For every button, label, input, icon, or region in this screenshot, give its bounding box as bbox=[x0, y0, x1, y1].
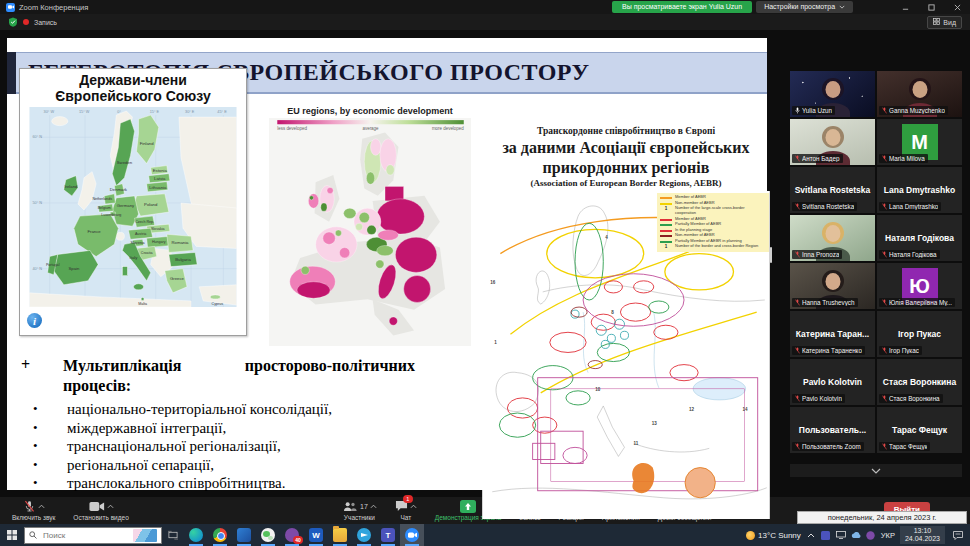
taskbar-explorer-icon[interactable] bbox=[328, 524, 352, 546]
view-settings-button[interactable]: Настройки просмотра bbox=[756, 1, 853, 13]
tray-onedrive-icon[interactable] bbox=[851, 530, 861, 540]
participant-tile-hanna-trushevych[interactable]: Hanna Trushevych bbox=[790, 263, 875, 309]
stop-video-label: Остановить видео bbox=[73, 514, 128, 521]
taskbar-telegram-icon[interactable] bbox=[352, 524, 376, 546]
taskbar-word-icon[interactable]: W bbox=[304, 524, 328, 546]
participant-tile-pavlo-kolotvin[interactable]: Pavlo Kolotvin Pavlo Kolotvin bbox=[790, 359, 875, 405]
taskbar-clock[interactable]: 13:10 24.04.2023 bbox=[900, 526, 945, 544]
country-label: Slovakia bbox=[151, 228, 166, 232]
lon-label: 30° W bbox=[44, 110, 55, 114]
search-daily-image[interactable] bbox=[133, 529, 157, 542]
country-label: Italy bbox=[130, 255, 139, 260]
country-label: Ireland bbox=[64, 184, 78, 189]
close-button[interactable] bbox=[944, 0, 970, 14]
maximize-button[interactable] bbox=[918, 0, 944, 14]
language-indicator[interactable]: УКР bbox=[881, 531, 895, 540]
participant-tile-svitlana-rostetska[interactable]: Svitlana Rostetska Svitlana Rostetska bbox=[790, 167, 875, 213]
chat-button[interactable]: 1 Чат bbox=[391, 500, 421, 521]
participant-tile-anton-bader[interactable]: Антон Бадер bbox=[790, 119, 875, 165]
taskbar-date-tooltip: понедельник, 24 апреля 2023 г. bbox=[797, 511, 967, 524]
unmute-label: Включить звук bbox=[12, 514, 55, 521]
shared-slide: ГЕТЕРОТОПІЯ ЄВРОПЕЙСЬКОГО ПРОСТОРУ Держа… bbox=[7, 38, 767, 490]
country-label: Netherlands bbox=[92, 197, 112, 201]
start-button[interactable] bbox=[0, 524, 24, 546]
tray-teams-icon[interactable] bbox=[821, 530, 831, 540]
participant-tile-ganna-muzychenko[interactable]: Ganna Muzychenko bbox=[877, 71, 962, 117]
map-number: 10 bbox=[595, 387, 601, 392]
slide-title-accent bbox=[7, 52, 16, 94]
slide-bullets: + Мультиплікація просторово-політичних п… bbox=[21, 356, 477, 493]
participant-tile-yuliia-valeriivna[interactable]: Ю Юлія Валеріївна Му... bbox=[877, 263, 962, 309]
country-label: Finland bbox=[140, 142, 155, 147]
view-mode-button[interactable]: Вид bbox=[927, 16, 962, 29]
view-button-label: Вид bbox=[943, 17, 956, 28]
unmute-button[interactable]: Включить звук bbox=[8, 500, 59, 521]
view-settings-label: Настройки просмотра bbox=[764, 1, 835, 13]
mic-muted-icon bbox=[882, 251, 887, 258]
video-options-chevron[interactable] bbox=[107, 504, 114, 509]
lon-label: 0° bbox=[117, 110, 121, 114]
map-number: 12 bbox=[689, 407, 695, 412]
participants-scroll-down-button[interactable] bbox=[790, 464, 962, 477]
tray-hidden-icons-chevron[interactable] bbox=[806, 530, 816, 540]
country-label: Estonia bbox=[153, 168, 168, 173]
participants-options-chevron[interactable] bbox=[370, 504, 377, 509]
participant-tile-taras-feshchuk[interactable]: Тарас Фещук Тарас Фещук bbox=[877, 407, 962, 453]
minimize-button[interactable] bbox=[892, 0, 918, 14]
taskbar-mail-icon[interactable] bbox=[232, 524, 256, 546]
country-label: Latvia bbox=[154, 176, 166, 181]
zoom-app-window: Zoom Конференция Вы просматриваете экран… bbox=[0, 0, 970, 546]
mic-muted-icon bbox=[882, 203, 887, 210]
lon-label: 15° W bbox=[79, 110, 90, 114]
country-label: Croatia bbox=[141, 252, 154, 256]
participant-tile-inna-pronoza[interactable]: Inna Pronoza bbox=[790, 215, 875, 261]
participant-tile-kateryna-taranenko[interactable]: Катерина Таран... Катерина Тараненко bbox=[790, 311, 875, 357]
participant-tile-maria-milova[interactable]: M Maria Milova bbox=[877, 119, 962, 165]
search-input[interactable] bbox=[41, 530, 129, 541]
legend-item: Partially Member of AEBR bbox=[675, 222, 721, 227]
bullet-item: регіональної сепарації, bbox=[21, 456, 477, 475]
screen-share-banner: Вы просматриваете экран Yulia Uzun bbox=[612, 1, 752, 13]
participant-tile-yulia-uzun[interactable]: Yulia Uzun bbox=[790, 71, 875, 117]
task-view-button[interactable] bbox=[162, 524, 184, 546]
lat-label: 60° N bbox=[32, 136, 42, 140]
legend-number: 1 bbox=[660, 206, 672, 211]
action-center-icon[interactable] bbox=[950, 524, 966, 546]
participant-tile-zoom-user[interactable]: Пользователь... Пользователь Zoom bbox=[790, 407, 875, 453]
taskbar-edge-icon[interactable] bbox=[184, 524, 208, 546]
tray-viber-icon[interactable] bbox=[866, 530, 876, 540]
grid-view-icon bbox=[933, 17, 940, 28]
participant-name: Наталя Годікова bbox=[889, 251, 937, 258]
participant-tile-stasia-voronkina[interactable]: Стася Воронкина Стася Воронкина bbox=[877, 359, 962, 405]
country-label: Hungary bbox=[152, 241, 166, 245]
lon-label: 15° E bbox=[150, 110, 160, 114]
mic-options-chevron[interactable] bbox=[38, 504, 45, 509]
chat-options-chevron[interactable] bbox=[410, 504, 417, 509]
clock-time: 13:10 bbox=[905, 527, 940, 535]
participant-tile-ihor-pukas[interactable]: Ігор Пукас Ігор Пукас bbox=[877, 311, 962, 357]
aebr-map-legend: Member of AEBR Non-member of AEBR 1Numbe… bbox=[657, 193, 769, 252]
recording-label: Запись bbox=[34, 19, 57, 26]
country-label: Romania bbox=[171, 241, 189, 246]
taskbar-chrome-icon[interactable] bbox=[208, 524, 232, 546]
country-label: Sweden bbox=[117, 160, 133, 165]
participant-name: Maria Milova bbox=[889, 155, 925, 162]
taskbar-weather[interactable]: 13°C Sunny bbox=[746, 531, 801, 540]
taskbar-teams-icon[interactable]: T bbox=[376, 524, 400, 546]
camera-icon bbox=[89, 501, 105, 512]
tray-display-icon[interactable] bbox=[836, 530, 846, 540]
taskbar-wechat-icon[interactable] bbox=[256, 524, 280, 546]
participants-button[interactable]: 17 Участники bbox=[338, 500, 381, 521]
taskbar-search[interactable] bbox=[24, 527, 162, 544]
taskbar-zoom-icon[interactable] bbox=[400, 524, 424, 546]
encryption-shield-icon[interactable] bbox=[8, 17, 18, 27]
windows-logo-icon bbox=[7, 530, 17, 540]
participant-tile-natalia-hodikova[interactable]: Наталя Годікова Наталя Годікова bbox=[877, 215, 962, 261]
taskbar-viber-icon[interactable]: 40 bbox=[280, 524, 304, 546]
search-icon bbox=[29, 531, 37, 539]
legend-number: 1 bbox=[660, 244, 672, 249]
participant-tile-lana-dmytrashko[interactable]: Lana Dmytrashko Lana Dmytrashko bbox=[877, 167, 962, 213]
country-label: Czech Rep. bbox=[135, 221, 154, 225]
recording-dot-icon bbox=[23, 19, 29, 25]
stop-video-button[interactable]: Остановить видео bbox=[69, 500, 132, 521]
